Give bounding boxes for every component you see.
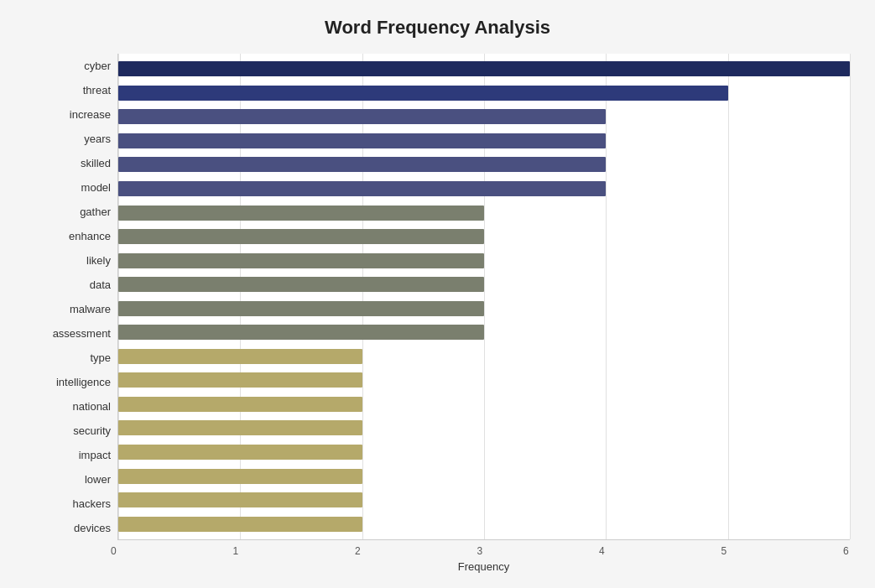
y-label: model — [25, 179, 111, 197]
y-label: likely — [25, 252, 111, 270]
chart-title: Word Frequency Analysis — [25, 17, 850, 39]
y-label: enhance — [25, 227, 111, 246]
bar-row — [118, 107, 850, 126]
y-label: national — [25, 398, 111, 416]
plot-area — [117, 54, 850, 540]
bar-row — [118, 467, 850, 486]
bar — [118, 420, 362, 435]
bar-row — [118, 180, 850, 198]
y-label: cyber — [25, 57, 111, 75]
bar — [118, 181, 606, 196]
bar-row — [118, 84, 850, 102]
bar-row — [118, 395, 850, 414]
y-label: hackers — [25, 495, 111, 513]
bar-row — [118, 443, 850, 461]
y-label: intelligence — [25, 373, 111, 392]
y-label: impact — [25, 446, 111, 465]
bar — [118, 301, 484, 316]
bars-container — [118, 54, 850, 539]
x-tick-label: 1 — [232, 545, 238, 557]
y-label: years — [25, 130, 111, 148]
bar-row — [118, 132, 850, 150]
bar — [118, 349, 362, 364]
x-tick-label: 5 — [721, 545, 727, 557]
bar — [118, 492, 362, 507]
bar — [118, 109, 606, 124]
bar — [118, 253, 484, 268]
x-tick-label: 6 — [843, 545, 849, 557]
y-label: type — [25, 349, 111, 367]
bar-row — [118, 491, 850, 509]
bar — [118, 469, 362, 484]
bar-row — [118, 515, 850, 533]
bar-row — [118, 252, 850, 270]
y-label: lower — [25, 471, 111, 489]
bar — [118, 229, 484, 244]
bar — [118, 206, 484, 221]
x-tick-label: 3 — [477, 545, 483, 557]
bar-row — [118, 323, 850, 341]
y-label: devices — [25, 519, 111, 538]
bar-row — [118, 60, 850, 78]
bar-row — [118, 371, 850, 389]
bar — [118, 61, 850, 76]
x-tick-label: 0 — [111, 545, 117, 557]
bar — [118, 372, 362, 388]
bar-row — [118, 347, 850, 366]
bar — [118, 157, 606, 172]
y-label: gather — [25, 203, 111, 221]
y-label: security — [25, 422, 111, 440]
x-axis-labels: 0123456 — [117, 540, 850, 557]
bar — [118, 397, 362, 412]
grid-line — [850, 54, 851, 539]
y-label: data — [25, 276, 111, 294]
bar — [118, 86, 728, 101]
bar — [118, 325, 484, 340]
bar-row — [118, 419, 850, 437]
x-axis-title: Frequency — [117, 560, 850, 573]
x-tick-label: 4 — [599, 545, 605, 557]
bar-row — [118, 299, 850, 318]
y-label: skilled — [25, 154, 111, 173]
y-label: threat — [25, 81, 111, 100]
bar-row — [118, 204, 850, 222]
bar-row — [118, 155, 850, 174]
bar — [118, 133, 606, 148]
y-label: assessment — [25, 325, 111, 343]
bar-row — [118, 227, 850, 246]
y-label: malware — [25, 300, 111, 319]
bar — [118, 277, 484, 292]
x-tick-label: 2 — [355, 545, 361, 557]
chart-area: cyberthreatincreaseyearsskilledmodelgath… — [25, 54, 850, 540]
bar — [118, 445, 362, 460]
chart-container: Word Frequency Analysis cyberthreatincre… — [0, 0, 875, 588]
y-axis: cyberthreatincreaseyearsskilledmodelgath… — [25, 54, 117, 540]
bar-row — [118, 275, 850, 294]
y-label: increase — [25, 106, 111, 124]
bar — [118, 517, 362, 532]
